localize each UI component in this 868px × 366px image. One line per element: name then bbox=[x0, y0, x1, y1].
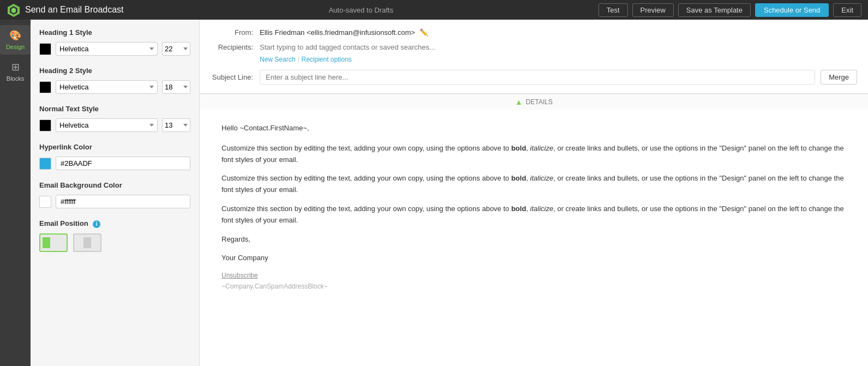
topbar: Send an Email Broadcast Auto-saved to Dr… bbox=[0, 0, 868, 20]
schedule-send-button[interactable]: Schedule or Send bbox=[755, 3, 829, 17]
position-info-icon[interactable]: i bbox=[93, 220, 100, 228]
bg-color-swatch[interactable] bbox=[39, 196, 51, 208]
paint-brush-icon: 🎨 bbox=[9, 29, 21, 41]
heading2-color-swatch[interactable] bbox=[39, 81, 51, 93]
hyperlink-color-swatch[interactable] bbox=[39, 158, 51, 170]
email-regards: Regards, bbox=[222, 234, 846, 245]
heading2-font-row: Helvetica Arial 18 16 20 bbox=[39, 80, 190, 94]
recipient-options-link[interactable]: Recipient options bbox=[302, 56, 352, 63]
topbar-actions: Test Preview Save as Template Schedule o… bbox=[598, 3, 861, 17]
bg-color-input[interactable] bbox=[56, 195, 190, 208]
normal-text-font-row: Helvetica Arial 13 12 14 bbox=[39, 118, 190, 132]
subject-label: Subject Line: bbox=[211, 73, 260, 81]
subject-row: Subject Line: Merge bbox=[211, 67, 857, 88]
app-logo: Send an Email Broadcast bbox=[7, 3, 124, 17]
hyperlink-title: Hyperlink Color bbox=[39, 143, 190, 151]
exit-button[interactable]: Exit bbox=[833, 3, 861, 17]
details-bar[interactable]: ▲ DETAILS bbox=[200, 94, 868, 110]
details-label: DETAILS bbox=[526, 98, 553, 106]
from-row: From: Ellis Friedman <ellis.friedman@inf… bbox=[211, 25, 857, 40]
from-label: From: bbox=[211, 28, 260, 37]
recipients-row: Recipients: bbox=[211, 40, 857, 55]
normal-text-title: Normal Text Style bbox=[39, 105, 190, 113]
email-body[interactable]: Hello ~Contact.FirstName~, Customize thi… bbox=[200, 110, 868, 366]
normal-text-section: Normal Text Style Helvetica Arial 13 12 … bbox=[39, 105, 190, 132]
position-left-indicator bbox=[43, 237, 50, 248]
position-center-option[interactable] bbox=[73, 233, 101, 252]
heading1-font-select[interactable]: Helvetica Arial Georgia bbox=[56, 42, 158, 56]
email-greeting: Hello ~Contact.FirstName~, bbox=[222, 123, 846, 134]
heading1-size-select[interactable]: 22 18 20 24 bbox=[162, 42, 190, 56]
left-nav: 🎨 Design ⊞ Blocks bbox=[0, 20, 31, 366]
email-header: From: Ellis Friedman <ellis.friedman@inf… bbox=[200, 20, 868, 94]
nav-blocks[interactable]: ⊞ Blocks bbox=[0, 57, 31, 86]
bg-color-row bbox=[39, 195, 190, 208]
from-value: Ellis Friedman <ellis.friedman@infusions… bbox=[260, 28, 415, 37]
heading1-font-row: Helvetica Arial Georgia 22 18 20 24 bbox=[39, 42, 190, 56]
nav-blocks-label: Blocks bbox=[7, 75, 24, 82]
email-company: Your Company bbox=[222, 253, 846, 264]
bg-color-section: Email Background Color bbox=[39, 181, 190, 208]
position-title: Email Position i bbox=[39, 219, 190, 228]
nav-design-label: Design bbox=[6, 44, 25, 50]
save-template-button[interactable]: Save as Template bbox=[678, 3, 751, 17]
main-layout: 🎨 Design ⊞ Blocks Heading 1 Style Helvet… bbox=[0, 20, 868, 366]
page-title: Send an Email Broadcast bbox=[25, 5, 124, 15]
content-area: From: Ellis Friedman <ellis.friedman@inf… bbox=[200, 20, 868, 366]
bg-color-title: Email Background Color bbox=[39, 181, 190, 189]
recipients-label: Recipients: bbox=[211, 43, 260, 51]
recipients-input[interactable] bbox=[260, 43, 857, 51]
edit-from-icon[interactable]: ✏️ bbox=[420, 28, 428, 37]
preview-button[interactable]: Preview bbox=[632, 3, 674, 17]
nav-design[interactable]: 🎨 Design bbox=[0, 25, 31, 55]
unsubscribe-link[interactable]: Unsubscribe bbox=[222, 272, 846, 279]
position-section: Email Position i bbox=[39, 219, 190, 252]
autosave-status: Auto-saved to Drafts bbox=[129, 6, 593, 14]
hyperlink-color-row bbox=[39, 157, 190, 170]
email-paragraph-1: Customize this section by editing the te… bbox=[222, 143, 846, 166]
heading2-section: Heading 2 Style Helvetica Arial 18 16 20 bbox=[39, 67, 190, 94]
heading1-section: Heading 1 Style Helvetica Arial Georgia … bbox=[39, 28, 190, 56]
new-search-link[interactable]: New Search bbox=[260, 56, 295, 63]
app-logo-icon bbox=[7, 3, 21, 17]
heading2-font-select[interactable]: Helvetica Arial bbox=[56, 80, 158, 94]
normal-text-font-select[interactable]: Helvetica Arial bbox=[56, 118, 158, 132]
details-arrow-icon: ▲ bbox=[515, 98, 523, 106]
position-left-option[interactable] bbox=[39, 233, 68, 252]
email-paragraph-2: Customize this section by editing the te… bbox=[222, 173, 846, 196]
heading1-color-swatch[interactable] bbox=[39, 43, 51, 55]
blocks-icon: ⊞ bbox=[11, 61, 20, 73]
hyperlink-color-input[interactable] bbox=[56, 157, 190, 170]
heading1-title: Heading 1 Style bbox=[39, 28, 190, 37]
link-separator: | bbox=[297, 56, 299, 63]
merge-button[interactable]: Merge bbox=[821, 70, 857, 85]
test-button[interactable]: Test bbox=[598, 3, 628, 17]
normal-text-color-swatch[interactable] bbox=[39, 119, 51, 131]
position-options bbox=[39, 233, 190, 252]
normal-text-size-select[interactable]: 13 12 14 bbox=[162, 118, 190, 132]
recipients-links: New Search | Recipient options bbox=[211, 56, 857, 63]
subject-input[interactable] bbox=[260, 70, 815, 85]
heading2-size-select[interactable]: 18 16 20 bbox=[162, 80, 190, 94]
sidebar-panel: Heading 1 Style Helvetica Arial Georgia … bbox=[31, 20, 200, 366]
heading2-title: Heading 2 Style bbox=[39, 67, 190, 75]
email-paragraph-3: Customize this section by editing the te… bbox=[222, 203, 846, 226]
hyperlink-section: Hyperlink Color bbox=[39, 143, 190, 170]
position-center-indicator bbox=[83, 237, 91, 248]
spam-block: ~Company.CanSpamAddressBlock~ bbox=[222, 283, 846, 290]
